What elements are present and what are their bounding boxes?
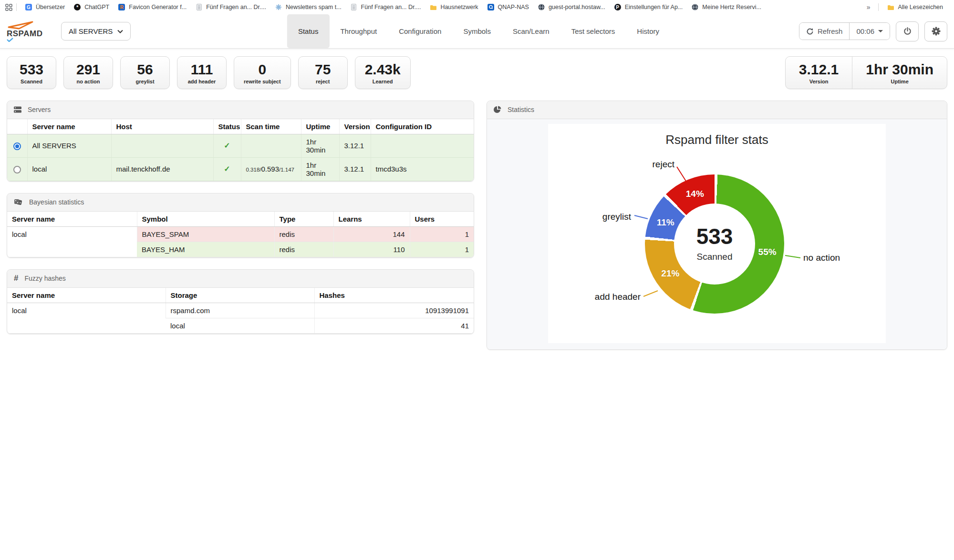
filter-stats-chart: Rspamd filter stats 55% 21% 11% 14% 533 … [548,124,886,343]
fuzzy-table: Server name Storage Hashes local rspamd.… [7,288,474,334]
tab-configuration[interactable]: Configuration [388,14,452,48]
bayes-panel-title: Bayesian statistics [29,198,84,206]
servers-panel-title: Servers [28,106,51,113]
column-header: Users [410,212,474,227]
rspamd-plane-icon [7,21,35,30]
tab-symbols[interactable]: Symbols [452,14,502,48]
column-header: Uptime [301,119,339,134]
bookmark-label: Meine Hertz Reservi... [702,4,761,10]
bookmark-hausnetzwerk[interactable]: Hausnetzwerk [425,2,482,12]
folder-icon [887,3,894,11]
servers-table: Server name Host Status Scan time Uptime… [7,119,474,181]
left-column: Servers Server name Host Status Scan tim… [7,101,474,334]
settings-button[interactable] [924,21,947,41]
server-selector[interactable]: All SERVERS [61,22,131,41]
bookmark-hertz[interactable]: Meine Hertz Reservi... [687,2,766,12]
servers-icon [14,106,21,113]
column-header: Learns [333,212,410,227]
bookmark-label: Übersetzer [36,4,65,10]
tab-scan-learn[interactable]: Scan/Learn [502,14,560,48]
stat-label: Learned [365,79,401,84]
server-name: All SERVERS [27,134,111,157]
bayes-learns: 144 [333,226,410,242]
bookmark-favicon-generator[interactable]: R Favicon Generator f... [114,2,191,12]
caret-down-icon [878,30,883,32]
fuzzy-hashes: 10913991091 [314,303,474,318]
version-value: 3.12.1 [799,61,839,78]
statistics-body: Rspamd filter stats 55% 21% 11% 14% 533 … [487,119,947,349]
stat-value: 111 [187,61,217,78]
gear-icon [932,27,941,36]
uptime-label: Uptime [866,79,933,84]
bookmark-label: Favicon Generator f... [129,4,187,10]
donut-center-label: Scanned [696,252,732,262]
bookmark-label: Fünf Fragen an... Dr.... [361,4,421,10]
tab-throughput[interactable]: Throughput [329,14,388,48]
bookmark-label: Hausnetzwerk [440,4,478,10]
refresh-button[interactable]: Refresh [799,23,850,40]
stat-card-add-header: 111 add header [177,56,227,89]
donut-ring[interactable]: 55% 21% 11% 14% 533 Scanned [645,174,784,314]
fuzzy-storage: rspamd.com [166,303,314,318]
pie-chart-icon [494,106,501,113]
stat-label: add header [187,79,217,84]
column-header: Server name [7,288,166,303]
stat-label: greylist [130,79,160,84]
all-bookmarks-button[interactable]: Alle Lesezeichen [882,2,947,12]
stat-label: rewrite subject [244,79,281,84]
google-translate-icon: G [25,3,32,11]
stat-value: 75 [308,61,338,78]
tab-status[interactable]: Status [287,14,330,48]
bookmark-fuenf-fragen-2[interactable]: Fünf Fragen an... Dr.... [346,2,425,12]
browser-bookmarks-bar: G Übersetzer * ChatGPT R Favicon Generat… [0,0,954,14]
rspamd-logo[interactable]: RSPAMD [7,21,51,42]
bayes-row-spam: local BAYES_SPAM redis 144 1 [7,226,474,242]
stat-value: 533 [17,61,46,78]
power-button[interactable] [896,21,919,41]
bookmark-newsletters-spam[interactable]: Newsletters spam t... [270,2,346,12]
brand-check-icon [7,38,13,42]
bookmark-label: guest-portal.hostaw... [549,4,605,10]
callout-add-header: add header [595,292,641,302]
bayes-type: redis [274,226,333,242]
fuzzy-panel: # Fuzzy hashes Server name Storage Hashe… [7,269,474,334]
server-uptime: 1hr 30min [301,134,339,157]
pct-label-reject: 14% [686,189,704,199]
tab-history[interactable]: History [626,14,670,48]
bookmark-einstellungen[interactable]: P Einstellungen für Ap... [610,2,687,12]
navbar-controls: Refresh 00:06 [799,21,947,41]
servers-panel: Servers Server name Host Status Scan tim… [7,101,474,182]
server-name: local [27,157,111,181]
stat-value: 0 [244,61,281,78]
server-config-id: tmcd3u3s [371,157,474,181]
bayes-symbol: BAYES_SPAM [137,226,274,242]
server-radio-local[interactable] [13,166,21,173]
brand-text: RSPAMD [7,30,42,38]
status-ok-icon: ✓ [224,165,230,173]
bayes-symbol: BAYES_HAM [137,242,274,257]
server-scan-time [241,134,301,157]
tab-test-selectors[interactable]: Test selectors [560,14,626,48]
bookmark-fuenf-fragen-1[interactable]: Fünf Fragen an... Dr.... [191,2,270,12]
main-content: Servers Server name Host Status Scan tim… [0,94,954,350]
stat-cards-row: 533 Scanned 291 no action 56 greylist 11… [0,49,954,94]
bookmark-guest-portal[interactable]: guest-portal.hostaw... [533,2,610,12]
version-uptime-card: 3.12.1 Version 1hr 30min Uptime [785,56,947,89]
bookmark-uebersetzer[interactable]: G Übersetzer [21,2,69,12]
document-icon [195,3,203,11]
refresh-interval-dropdown[interactable]: 00:06 [849,23,890,40]
callout-greylist: greylist [602,212,631,222]
bookmark-chatgpt[interactable]: * ChatGPT [69,2,114,12]
server-radio-all[interactable] [13,143,21,150]
bookmarks-overflow-chevron[interactable]: » [862,2,875,12]
bookmark-label: QNAP-NAS [498,4,529,10]
servers-panel-header: Servers [7,101,474,119]
pct-label-add-header: 21% [661,268,679,279]
bayes-type: redis [274,242,333,257]
bookmark-qnap-nas[interactable]: QNAP-NAS [483,2,533,12]
bayes-server-name: local [7,226,137,257]
apps-grid-icon[interactable] [5,3,12,11]
rspamd-navbar: RSPAMD All SERVERS Status Throughput Con… [0,14,954,49]
column-header: Version [339,119,371,134]
column-header: Server name [27,119,111,134]
